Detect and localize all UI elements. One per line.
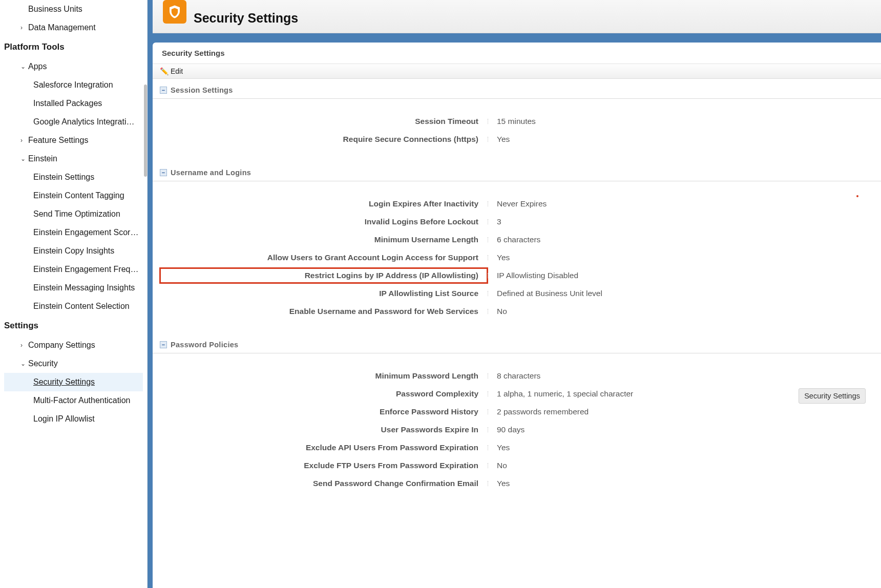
setting-label: Enable Username and Password for Web Ser… <box>160 307 488 316</box>
setting-value: Yes <box>488 135 874 144</box>
setting-row: Enforce Password History2 passwords reme… <box>160 403 874 421</box>
scrollbar-thumb[interactable] <box>144 85 147 177</box>
setting-value: 3 <box>488 217 874 226</box>
setting-value: Yes <box>488 253 874 262</box>
setting-row: Login Expires After InactivityNever Expi… <box>160 195 874 213</box>
sidebar-item[interactable]: ›Data Management <box>4 18 143 37</box>
setting-label: Login Expires After Inactivity <box>160 199 488 208</box>
setting-value: 8 characters <box>488 371 874 381</box>
sidebar-item[interactable]: Einstein Engagement Scor… <box>4 223 143 242</box>
content-card: Security Settings ✏️ Edit −Session Setti… <box>153 43 881 588</box>
sidebar-item[interactable]: Multi-Factor Authentication <box>4 391 143 410</box>
setting-value: Never Expires <box>488 199 874 208</box>
sidebar-item[interactable]: Einstein Content Selection <box>4 297 143 316</box>
sidebar-item[interactable]: ⌄Apps <box>4 57 143 76</box>
setting-label: Allow Users to Grant Account Login Acces… <box>160 253 488 262</box>
collapse-icon[interactable]: − <box>160 169 167 176</box>
sidebar-item-label: Google Analytics Integrati… <box>33 117 134 127</box>
sidebar-item-label: Security <box>28 359 58 368</box>
chevron-right-icon[interactable]: › <box>18 24 28 31</box>
sidebar-item[interactable]: Security Settings <box>4 373 143 391</box>
sidebar-item[interactable]: Einstein Settings <box>4 168 143 186</box>
sidebar: Business Units›Data ManagementPlatform T… <box>0 0 148 588</box>
pencil-icon: ✏️ <box>160 67 169 75</box>
settings-block: Login Expires After InactivityNever Expi… <box>153 181 881 333</box>
nav-section-header: Settings <box>4 316 143 336</box>
setting-row: Session Timeout15 minutes <box>160 112 874 130</box>
section-header[interactable]: −Username and Logins <box>153 163 881 181</box>
sidebar-item-label: Data Management <box>28 23 96 32</box>
setting-value: 6 characters <box>488 235 874 244</box>
setting-label: Exclude FTP Users From Password Expirati… <box>160 461 488 470</box>
sidebar-item[interactable]: Einstein Engagement Freq… <box>4 260 143 279</box>
sidebar-item[interactable]: Send Time Optimization <box>4 205 143 223</box>
sidebar-item-label: Einstein Engagement Freq… <box>33 265 138 274</box>
sidebar-item[interactable]: Installed Packages <box>4 94 143 113</box>
setting-value: Defined at Business Unit level <box>488 289 874 298</box>
setting-label: Restrict Logins by IP Address (IP Allowl… <box>160 268 488 283</box>
setting-label: Require Secure Connections (https) <box>160 135 488 144</box>
setting-row: Enable Username and Password for Web Ser… <box>160 302 874 320</box>
sidebar-item-label: Company Settings <box>28 341 95 350</box>
setting-row: Exclude API Users From Password Expirati… <box>160 438 874 456</box>
setting-row: Minimum Password Length8 characters <box>160 367 874 385</box>
settings-block: Session Timeout15 minutesRequire Secure … <box>153 99 881 161</box>
sidebar-item[interactable]: Einstein Messaging Insights <box>4 279 143 297</box>
app-container: Business Units›Data ManagementPlatform T… <box>0 0 881 588</box>
sidebar-item[interactable]: ›Company Settings <box>4 336 143 354</box>
sidebar-item-label: Salesforce Integration <box>33 80 113 90</box>
chevron-right-icon[interactable]: › <box>18 342 28 349</box>
sidebar-item-label: Apps <box>28 62 47 71</box>
section-header[interactable]: −Password Policies <box>153 335 881 353</box>
sidebar-item-label: Einstein <box>28 154 57 163</box>
setting-value: 2 passwords remembered <box>488 407 874 416</box>
setting-value: No <box>488 307 874 316</box>
setting-label: Invalid Logins Before Lockout <box>160 217 488 226</box>
sidebar-item-label: Einstein Content Selection <box>33 302 130 311</box>
sidebar-item-label: Einstein Messaging Insights <box>33 283 135 292</box>
sidebar-item-label: Einstein Settings <box>33 173 94 182</box>
collapse-icon[interactable]: − <box>160 87 167 94</box>
sidebar-item[interactable]: Einstein Copy Insights <box>4 242 143 260</box>
setting-row: Exclude FTP Users From Password Expirati… <box>160 456 874 474</box>
sidebar-item[interactable]: ⌄Einstein <box>4 150 143 168</box>
collapse-icon[interactable]: − <box>160 341 167 348</box>
setting-value: Yes <box>488 479 874 488</box>
setting-value: Yes <box>488 443 874 452</box>
settings-block: Minimum Password Length8 charactersPassw… <box>153 353 881 506</box>
sidebar-item-label: Login IP Allowlist <box>33 414 95 424</box>
shield-icon <box>163 0 186 24</box>
sidebar-item[interactable]: ›Feature Settings <box>4 131 143 150</box>
setting-label: Enforce Password History <box>160 407 488 416</box>
sidebar-item-label: Einstein Content Tagging <box>33 191 124 200</box>
sidebar-item[interactable]: Google Analytics Integrati… <box>4 113 143 131</box>
sidebar-item-label: Security Settings <box>33 377 95 387</box>
section-title: Session Settings <box>171 86 233 94</box>
setting-row: User Passwords Expire In90 days <box>160 421 874 438</box>
page-title: Security Settings <box>194 11 298 26</box>
chevron-right-icon[interactable]: › <box>18 137 28 144</box>
setting-value: IP Allowlisting Disabled <box>488 271 874 280</box>
tooltip: Security Settings <box>799 388 866 404</box>
sidebar-item-label: Installed Packages <box>33 99 102 108</box>
sidebar-item[interactable]: Business Units <box>4 0 143 18</box>
chevron-down-icon[interactable]: ⌄ <box>18 360 28 367</box>
setting-row: Send Password Change Confirmation EmailY… <box>160 474 874 492</box>
setting-label: Password Complexity <box>160 389 488 398</box>
section-title: Password Policies <box>171 341 238 349</box>
setting-row: Minimum Username Length6 characters <box>160 230 874 248</box>
sidebar-item-label: Multi-Factor Authentication <box>33 396 130 405</box>
sidebar-item[interactable]: Login IP Allowlist <box>4 410 143 428</box>
content-title: Security Settings <box>153 43 881 64</box>
sidebar-item[interactable]: Salesforce Integration <box>4 76 143 94</box>
sidebar-item[interactable]: ⌄Security <box>4 354 143 373</box>
sidebar-item[interactable]: Einstein Content Tagging <box>4 186 143 205</box>
chevron-down-icon[interactable]: ⌄ <box>18 155 28 162</box>
chevron-down-icon[interactable]: ⌄ <box>18 63 28 70</box>
setting-label: Minimum Password Length <box>160 371 488 381</box>
setting-row: Password Complexity1 alpha, 1 numeric, 1… <box>160 385 874 403</box>
setting-label: IP Allowlisting List Source <box>160 289 488 298</box>
sidebar-item-label: Einstein Engagement Scor… <box>33 228 138 237</box>
edit-bar[interactable]: ✏️ Edit <box>153 64 881 79</box>
section-header[interactable]: −Session Settings <box>153 81 881 99</box>
